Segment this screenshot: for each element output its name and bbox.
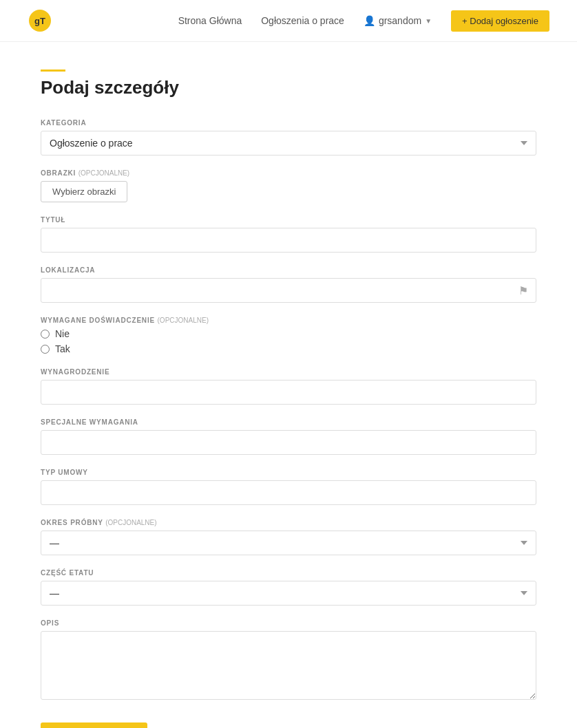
location-icon: ⚑ [518, 284, 528, 297]
submit-button[interactable]: Dodaj ogłoszenie [41, 722, 147, 728]
trial-label: OKRES PRÓBNY (OPCJONALNE) [41, 519, 536, 526]
experience-yes-label: Tak [55, 343, 70, 354]
title-group: TYTUŁ [41, 216, 536, 253]
chevron-down-icon: ▼ [425, 17, 432, 25]
location-wrapper: ⚑ [41, 278, 536, 303]
svg-text:gT: gT [34, 16, 45, 26]
salary-input[interactable] [41, 380, 536, 405]
contract-label: TYP UMOWY [41, 469, 536, 476]
experience-no-radio[interactable] [41, 330, 50, 339]
requirements-group: SPECJALNE WYMAGANIA [41, 418, 536, 455]
header-nav: Strona Główna Ogłoszenia o prace 👤 grsan… [178, 10, 549, 32]
trial-select[interactable]: — [41, 531, 536, 555]
location-input[interactable] [41, 278, 536, 303]
salary-label: WYNAGRODZENIE [41, 368, 536, 376]
nav-home[interactable]: Strona Główna [178, 15, 242, 26]
logo-icon: gT [28, 8, 52, 33]
description-group: OPIS [41, 619, 536, 702]
experience-no-option[interactable]: Nie [41, 328, 536, 339]
contract-input[interactable] [41, 480, 536, 505]
experience-yes-radio[interactable] [41, 345, 50, 354]
page-title: Podaj szczegóły [41, 77, 536, 98]
add-listing-button[interactable]: + Dodaj ogłoszenie [451, 10, 549, 32]
category-select[interactable]: Ogłoszenie o prace [41, 131, 536, 156]
requirements-input[interactable] [41, 430, 536, 455]
description-textarea[interactable] [41, 631, 536, 700]
part-time-select[interactable]: — [41, 581, 536, 606]
logo[interactable]: gT [28, 8, 56, 33]
main-content: Podaj szczegóły KATEGORIA Ogłoszenie o p… [27, 42, 550, 728]
experience-label: WYMAGANE DOŚWIADCZENIE (OPCJONALNE) [41, 317, 536, 324]
header: gT Strona Główna Ogłoszenia o prace 👤 gr… [0, 0, 577, 42]
title-bar-decoration [41, 69, 65, 72]
experience-yes-option[interactable]: Tak [41, 343, 536, 354]
listing-form: KATEGORIA Ogłoszenie o prace OBRAZKI (OP… [41, 119, 536, 728]
experience-no-label: Nie [55, 328, 70, 339]
part-time-label: CZĘŚĆ ETATU [41, 569, 536, 577]
user-icon: 👤 [364, 15, 375, 26]
images-label: OBRAZKI (OPCJONALNE) [41, 169, 536, 177]
location-label: LOKALIZACJA [41, 266, 536, 274]
nav-jobs[interactable]: Ogłoszenia o prace [261, 15, 344, 26]
requirements-label: SPECJALNE WYMAGANIA [41, 418, 536, 426]
images-group: OBRAZKI (OPCJONALNE) Wybierz obrazki [41, 169, 536, 202]
salary-group: WYNAGRODZENIE [41, 368, 536, 405]
trial-group: OKRES PRÓBNY (OPCJONALNE) — [41, 519, 536, 555]
category-label: KATEGORIA [41, 119, 536, 127]
user-menu[interactable]: 👤 grsandom ▼ [364, 15, 432, 26]
title-label: TYTUŁ [41, 216, 536, 224]
contract-group: TYP UMOWY [41, 469, 536, 505]
category-group: KATEGORIA Ogłoszenie o prace [41, 119, 536, 156]
description-label: OPIS [41, 619, 536, 627]
experience-group: WYMAGANE DOŚWIADCZENIE (OPCJONALNE) Nie … [41, 317, 536, 354]
location-group: LOKALIZACJA ⚑ [41, 266, 536, 303]
choose-images-button[interactable]: Wybierz obrazki [41, 181, 127, 202]
experience-radio-group: Nie Tak [41, 328, 536, 354]
part-time-group: CZĘŚĆ ETATU — [41, 569, 536, 606]
title-input[interactable] [41, 228, 536, 253]
user-name: grsandom [379, 15, 421, 26]
